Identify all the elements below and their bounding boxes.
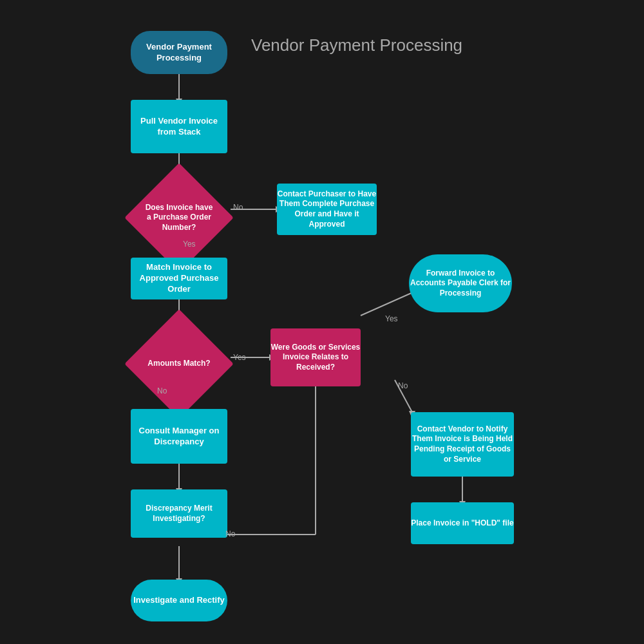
amounts-match-diamond: Amounts Match? [140,325,218,402]
no-label-po: No [233,203,243,212]
pull-invoice-node: Pull Vendor Invoice from Stack [131,100,227,153]
match-invoice-node: Match Invoice to Approved Purchase Order [131,258,227,299]
yes-label-po: Yes [183,240,196,249]
contact-vendor-node: Contact Vendor to Notify Them Invoice is… [411,412,514,477]
yes-label-goods: Yes [385,314,398,323]
no-label-discrepancy: No [225,529,235,538]
no-label-goods: No [398,381,408,390]
investigate-node: Investigate and Rectify [131,580,227,621]
consult-manager-node: Consult Manager on Discrepancy [131,409,227,464]
has-po-diamond: Does Invoice have a Purchase Order Numbe… [140,179,218,256]
forward-invoice-node: Forward Invoice to Accounts Payable Cler… [409,254,512,312]
discrepancy-merit-node: Discrepancy Merit Investigating? [131,489,227,538]
yes-label-amounts: Yes [233,353,246,362]
contact-purchaser-node: Contact Purchaser to Have Them Complete … [277,184,377,235]
goods-received-node: Were Goods or Services Invoice Relates t… [270,328,361,386]
page-title: Vendor Payment Processing [251,35,462,55]
start-node: Vendor Payment Processing [131,31,227,74]
no-label-amounts: No [157,386,167,395]
place-hold-node: Place Invoice in "HOLD" file [411,502,514,544]
connectors [0,0,644,644]
canvas: Vendor Payment Processing [0,0,644,644]
